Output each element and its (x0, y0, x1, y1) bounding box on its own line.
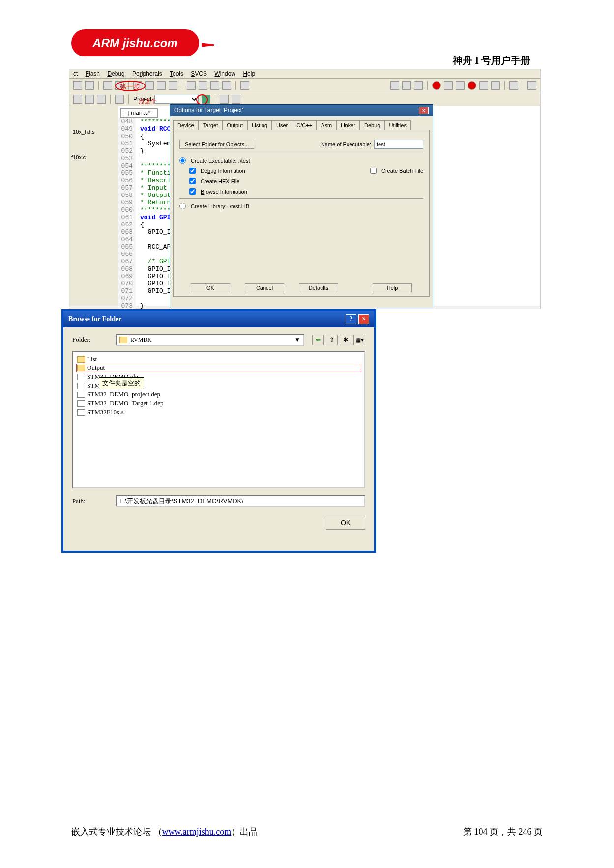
toolbar-icon[interactable] (145, 81, 154, 90)
create-exec-radio[interactable] (179, 157, 186, 164)
file-item[interactable]: f10x_hd.s (71, 129, 116, 135)
wrench-icon[interactable] (527, 81, 536, 90)
list-item[interactable]: Output (76, 364, 361, 372)
defaults-button[interactable]: Defaults (299, 283, 338, 292)
menu-item[interactable]: Tools (170, 70, 183, 77)
toolbar-icon[interactable] (444, 81, 453, 90)
file-list[interactable]: ListOutputSTM32_DEMO.plgSTM3STM32_DEMO_p… (72, 351, 365, 488)
list-item[interactable]: STM32_DEMO_Target 1.dep (76, 399, 361, 408)
create-hex-checkbox[interactable] (189, 178, 196, 184)
toolbar-icon[interactable] (97, 95, 106, 104)
create-exec-label: Create Executable: .\test (191, 158, 250, 164)
toolbar-icon[interactable] (491, 81, 500, 90)
file-item[interactable]: f10x.c (71, 154, 116, 160)
menu-item[interactable]: SVCS (191, 70, 207, 77)
path-input[interactable] (116, 495, 365, 507)
dialog-title-text: Options for Target 'Project' (174, 107, 243, 114)
tab-asm[interactable]: Asm (317, 120, 336, 130)
toolbar-icon[interactable] (85, 81, 94, 90)
toolbar-icon[interactable] (414, 81, 423, 90)
toolbar-icon[interactable] (73, 95, 82, 104)
tab-debug[interactable]: Debug (360, 120, 384, 130)
list-item[interactable]: STM32_DEMO_project.dep (76, 390, 361, 399)
project-combo[interactable] (154, 95, 199, 104)
menu-item[interactable]: ct (73, 70, 78, 77)
toolbar-icon[interactable] (240, 81, 249, 90)
separator (182, 81, 182, 90)
select-folder-button[interactable]: Select Folder for Objects... (179, 140, 254, 149)
separator (427, 81, 428, 90)
find-icon[interactable] (402, 81, 411, 90)
toolbar-icon[interactable] (456, 81, 465, 90)
page-footer: 嵌入式专业技术论坛 （www.armjishu.com）出品 第 104 页，共… (71, 826, 543, 838)
toolbar-icon[interactable] (157, 81, 166, 90)
menu-item[interactable]: Window (214, 70, 235, 77)
tab-output[interactable]: Output (222, 120, 247, 130)
browse-info-checkbox[interactable] (189, 188, 196, 195)
footer-prefix: 嵌入式专业技术论坛 （ (71, 827, 162, 837)
doc-title: 神舟 I 号用户手册 (453, 54, 530, 67)
toolbar-icon[interactable] (169, 81, 177, 90)
debug-info-checkbox[interactable] (189, 168, 196, 174)
tab-c/c++[interactable]: C/C++ (292, 120, 317, 130)
menu-item[interactable]: Debug (107, 70, 124, 77)
tab-target[interactable]: Target (199, 120, 223, 130)
list-item[interactable]: STM32F10x.s (76, 408, 361, 417)
help-icon[interactable]: ? (346, 314, 356, 324)
help-button[interactable]: Help (373, 283, 412, 292)
tab-utilities[interactable]: Utilities (384, 120, 410, 130)
page-number: 第 104 页，共 246 页 (463, 826, 543, 838)
close-icon[interactable]: × (358, 314, 369, 324)
tab-device[interactable]: Device (173, 120, 199, 130)
toolbar-icon[interactable] (479, 81, 488, 90)
folder-combo[interactable]: RVMDK ▼ (116, 334, 304, 346)
tab-linker[interactable]: Linker (336, 120, 360, 130)
outdent-icon[interactable] (199, 81, 207, 90)
project-explorer[interactable]: f10x_hd.s f10x.c (69, 106, 118, 306)
create-lib-radio[interactable] (179, 203, 186, 209)
dropdown-icon[interactable]: ▼ (294, 336, 300, 344)
toolbar-icon[interactable] (73, 81, 82, 90)
separator (523, 81, 523, 90)
separator (235, 81, 236, 90)
comment-icon[interactable] (210, 81, 219, 90)
toolbar-icon[interactable] (390, 81, 399, 90)
toolbar-icon[interactable] (232, 95, 240, 104)
menu-item[interactable]: Flash (86, 70, 100, 77)
toolbar-icon[interactable] (509, 81, 518, 90)
toolbar-icon[interactable] (115, 95, 124, 104)
uncomment-icon[interactable] (222, 81, 231, 90)
up-icon[interactable]: ⇧ (326, 335, 338, 345)
back-icon[interactable]: ⇐ (312, 335, 324, 345)
create-batch-checkbox[interactable] (370, 168, 377, 174)
undo-icon[interactable] (103, 81, 112, 90)
debug-icon[interactable] (432, 81, 441, 90)
options-dialog: Options for Target 'Project' × DeviceTar… (170, 104, 433, 308)
folder-label: Folder: (72, 336, 112, 344)
ok-button[interactable]: OK (191, 283, 230, 292)
toolbar-icon[interactable] (220, 95, 229, 104)
indent-icon[interactable] (187, 81, 196, 90)
annotation-click: 点这个 (139, 97, 156, 106)
view-icon[interactable]: ▦▾ (353, 335, 365, 345)
ok-button[interactable]: OK (326, 516, 365, 530)
file-icon (77, 374, 85, 380)
menu-item[interactable]: Help (243, 70, 255, 77)
stop-icon[interactable] (468, 81, 476, 90)
file-icon (77, 409, 85, 416)
new-folder-icon[interactable]: ✱ (340, 335, 351, 345)
menubar[interactable]: ct Flash Debug Peripherals Tools SVCS Wi… (69, 69, 540, 79)
folder-icon (77, 365, 85, 371)
list-item[interactable]: List (76, 355, 361, 364)
tab-user[interactable]: User (272, 120, 292, 130)
toolbar-icon[interactable] (85, 95, 94, 104)
options-icon[interactable] (202, 95, 210, 104)
name-exec-input[interactable] (374, 140, 423, 149)
editor-tab[interactable]: main.c* (120, 108, 158, 118)
menu-item[interactable]: Peripherals (132, 70, 162, 77)
cancel-button[interactable]: Cancel (245, 283, 284, 292)
folder-icon (77, 356, 85, 363)
footer-link[interactable]: www.armjishu.com (162, 827, 232, 837)
close-icon[interactable]: × (419, 107, 429, 114)
tab-listing[interactable]: Listing (247, 120, 272, 130)
